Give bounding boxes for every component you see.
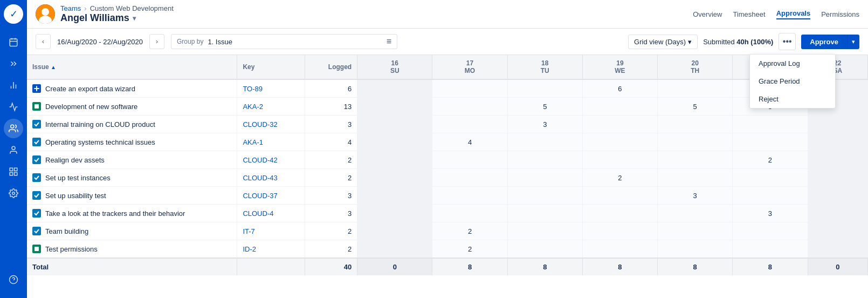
user-name[interactable]: Angel Williams ▾ (60, 12, 174, 24)
row-day-cell[interactable] (582, 187, 657, 205)
row-day-cell[interactable] (808, 133, 867, 151)
row-day-cell[interactable] (507, 240, 582, 259)
issue-key-link[interactable]: ID-2 (243, 245, 256, 253)
calendar-icon[interactable] (4, 32, 23, 52)
col-header-issue[interactable]: Issue ▲ (27, 55, 237, 79)
row-day-cell[interactable] (808, 116, 867, 133)
issue-key-link[interactable]: IT-7 (243, 227, 254, 235)
person-single-icon[interactable] (4, 140, 23, 160)
row-day-cell[interactable] (808, 205, 867, 222)
row-day-cell[interactable] (733, 133, 808, 151)
prev-period-button[interactable]: ‹ (36, 34, 51, 49)
more-options-button[interactable]: ••• (779, 33, 796, 50)
row-day-cell[interactable] (432, 116, 507, 133)
row-day-cell[interactable] (432, 187, 507, 205)
row-day-cell[interactable] (582, 151, 657, 169)
row-day-cell[interactable] (658, 151, 733, 169)
row-day-cell[interactable] (507, 151, 582, 169)
dropdown-menu-item[interactable]: Approval Log (750, 55, 835, 72)
row-day-cell[interactable] (658, 116, 733, 133)
issue-key-link[interactable]: AKA-2 (243, 103, 263, 111)
issue-key-link[interactable]: CLOUD-42 (243, 156, 277, 164)
issue-key-link[interactable]: AKA-1 (243, 138, 263, 146)
issue-key-link[interactable]: CLOUD-4 (243, 209, 273, 218)
row-day-cell[interactable] (658, 240, 733, 259)
row-day-cell[interactable] (432, 79, 507, 98)
graph-icon[interactable] (4, 97, 23, 117)
row-day-cell[interactable]: 5 (658, 98, 733, 116)
issue-key-link[interactable]: CLOUD-37 (243, 192, 277, 200)
approve-dropdown-button[interactable]: ▾ (847, 35, 859, 49)
row-day-cell[interactable] (432, 169, 507, 187)
row-day-cell[interactable] (808, 187, 867, 205)
row-day-cell[interactable] (808, 222, 867, 240)
row-day-cell[interactable] (357, 187, 432, 205)
row-day-cell[interactable] (357, 240, 432, 259)
row-day-cell[interactable]: 2 (432, 222, 507, 240)
row-day-cell[interactable]: 4 (432, 133, 507, 151)
row-day-cell[interactable] (733, 169, 808, 187)
row-day-cell[interactable]: 3 (733, 205, 808, 222)
row-day-cell[interactable] (658, 79, 733, 98)
group-by-menu-icon[interactable]: ≡ (387, 37, 391, 46)
row-day-cell[interactable]: 2 (582, 169, 657, 187)
row-day-cell[interactable]: 2 (733, 151, 808, 169)
row-day-cell[interactable] (432, 151, 507, 169)
chevrons-icon[interactable] (4, 54, 23, 73)
row-day-cell[interactable] (808, 240, 867, 259)
row-day-cell[interactable] (733, 222, 808, 240)
row-day-cell[interactable] (582, 240, 657, 259)
row-day-cell[interactable] (357, 79, 432, 98)
group-by-selector[interactable]: Group by 1. Issue ≡ (171, 34, 397, 49)
nav-timesheet[interactable]: Timesheet (733, 10, 765, 18)
row-day-cell[interactable] (357, 133, 432, 151)
grid-view-button[interactable]: Grid view (Days) ▾ (628, 35, 698, 49)
row-day-cell[interactable] (733, 187, 808, 205)
row-day-cell[interactable] (357, 205, 432, 222)
row-day-cell[interactable] (808, 169, 867, 187)
row-day-cell[interactable] (357, 98, 432, 116)
issue-key-link[interactable]: CLOUD-32 (243, 120, 277, 128)
row-day-cell[interactable] (432, 98, 507, 116)
dropdown-menu-item[interactable]: Reject (750, 90, 835, 108)
issue-key-link[interactable]: CLOUD-43 (243, 174, 277, 182)
help-icon[interactable] (4, 270, 23, 289)
breadcrumb-teams[interactable]: Teams (60, 4, 81, 12)
row-day-cell[interactable] (582, 98, 657, 116)
row-day-cell[interactable] (582, 133, 657, 151)
row-day-cell[interactable] (507, 222, 582, 240)
row-day-cell[interactable] (733, 240, 808, 259)
row-day-cell[interactable] (357, 151, 432, 169)
settings-icon[interactable] (4, 184, 23, 203)
row-day-cell[interactable] (357, 116, 432, 133)
row-day-cell[interactable] (507, 79, 582, 98)
row-day-cell[interactable] (658, 169, 733, 187)
row-day-cell[interactable] (507, 169, 582, 187)
people-icon[interactable] (4, 119, 23, 138)
row-day-cell[interactable]: 3 (507, 116, 582, 133)
row-day-cell[interactable] (582, 222, 657, 240)
row-day-cell[interactable] (507, 187, 582, 205)
logo-icon[interactable]: ✓ (4, 4, 23, 24)
approve-button[interactable]: Approve (801, 35, 847, 49)
dropdown-menu-item[interactable]: Grace Period (750, 72, 835, 90)
row-day-cell[interactable] (808, 151, 867, 169)
nav-overview[interactable]: Overview (693, 10, 722, 18)
row-day-cell[interactable]: 3 (658, 187, 733, 205)
issue-key-link[interactable]: TO-89 (243, 85, 263, 93)
row-day-cell[interactable]: 2 (432, 240, 507, 259)
row-day-cell[interactable] (658, 222, 733, 240)
row-day-cell[interactable] (507, 205, 582, 222)
row-day-cell[interactable] (507, 133, 582, 151)
nav-permissions[interactable]: Permissions (821, 10, 859, 18)
col-header-logged[interactable]: Logged (305, 55, 357, 79)
nav-approvals[interactable]: Approvals (776, 9, 811, 19)
row-day-cell[interactable] (658, 133, 733, 151)
row-day-cell[interactable] (658, 205, 733, 222)
row-day-cell[interactable] (733, 116, 808, 133)
row-day-cell[interactable] (582, 116, 657, 133)
row-day-cell[interactable] (432, 205, 507, 222)
row-day-cell[interactable] (357, 169, 432, 187)
row-day-cell[interactable] (582, 205, 657, 222)
grid2-icon[interactable] (4, 162, 23, 181)
